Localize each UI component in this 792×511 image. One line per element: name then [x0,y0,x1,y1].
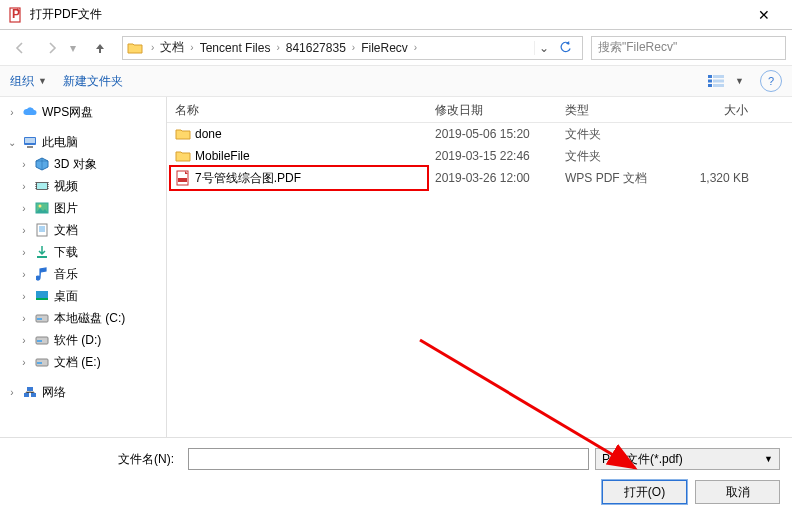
sidebar-disk-c[interactable]: › 本地磁盘 (C:) [0,307,166,329]
svg-rect-27 [31,393,36,397]
help-button[interactable]: ? [760,70,782,92]
file-list[interactable]: done 2019-05-06 15:20 文件夹 MobileFile 201… [167,123,792,437]
search-placeholder: 搜索"FileRecv" [598,39,677,56]
sidebar-wps[interactable]: › WPS网盘 [0,101,166,123]
svg-rect-18 [36,298,48,300]
breadcrumb-item[interactable]: 841627835 [284,41,348,55]
cloud-icon [22,104,38,120]
sidebar-thispc[interactable]: ⌄ 此电脑 [0,131,166,153]
expand-icon[interactable]: › [18,181,30,192]
svg-rect-7 [713,84,724,87]
chevron-down-icon: ▼ [38,76,47,86]
expand-icon[interactable]: › [18,225,30,236]
search-input[interactable]: 搜索"FileRecv" [591,36,786,60]
svg-rect-26 [24,393,29,397]
new-folder-button[interactable]: 新建文件夹 [63,73,123,90]
chevron-right-icon: › [186,42,197,53]
folder-icon [175,126,191,142]
sidebar-label: 视频 [54,178,78,195]
breadcrumb-item[interactable]: Tencent Files [198,41,273,55]
sidebar-3dobjects[interactable]: › 3D 对象 [0,153,166,175]
music-icon [34,266,50,282]
chevron-right-icon: › [147,42,158,53]
breadcrumb-item[interactable]: FileRecv [359,41,410,55]
expand-icon[interactable]: › [18,357,30,368]
file-row-folder[interactable]: done 2019-05-06 15:20 文件夹 [167,123,792,145]
chevron-down-icon[interactable]: ▼ [735,76,744,86]
organize-button[interactable]: 组织 ▼ [10,73,47,90]
sidebar-videos[interactable]: › 视频 [0,175,166,197]
column-header-size[interactable]: 大小 [667,97,757,122]
disk-icon [34,332,50,348]
chevron-right-icon: › [348,42,359,53]
filter-label: PDF文件(*.pdf) [602,451,683,468]
column-header-date[interactable]: 修改日期 [427,97,557,122]
disk-icon [34,354,50,370]
svg-rect-5 [713,80,724,83]
address-dropdown[interactable]: ⌄ [534,41,553,55]
svg-rect-12 [37,183,47,189]
close-button[interactable]: ✕ [744,7,784,23]
chevron-right-icon: › [410,42,421,53]
svg-rect-24 [37,362,42,364]
file-area: 名称 修改日期 类型 大小 done 2019-05-06 15:20 文件夹 … [167,97,792,437]
folder-icon [127,40,143,56]
collapse-icon[interactable]: ⌄ [6,137,18,148]
column-header-type[interactable]: 类型 [557,97,667,122]
expand-icon[interactable]: › [18,313,30,324]
sidebar-label: 本地磁盘 (C:) [54,310,125,327]
nav-back-button[interactable] [6,35,34,61]
sidebar-label: 文档 (E:) [54,354,101,371]
sidebar-disk-e[interactable]: › 文档 (E:) [0,351,166,373]
nav-forward-button[interactable] [38,35,66,61]
sidebar-downloads[interactable]: › 下载 [0,241,166,263]
cancel-button[interactable]: 取消 [695,480,780,504]
file-type-filter[interactable]: PDF文件(*.pdf) ▼ [595,448,780,470]
svg-rect-16 [37,256,47,258]
sidebar-music[interactable]: › 音乐 [0,263,166,285]
sidebar-label: 桌面 [54,288,78,305]
svg-rect-4 [708,80,712,83]
column-header-name[interactable]: 名称 [167,97,427,122]
filename-label: 文件名(N): [12,451,182,468]
pictures-icon [34,200,50,216]
sidebar-pictures[interactable]: › 图片 [0,197,166,219]
nav-bar: ▾ › 文档 › Tencent Files › 841627835 › Fil… [0,30,792,65]
app-icon: P [8,7,24,23]
title-bar: P 打开PDF文件 ✕ [0,0,792,30]
view-options-button[interactable] [705,70,727,92]
chevron-right-icon: › [272,42,283,53]
sidebar-label: 3D 对象 [54,156,97,173]
sidebar-label: 软件 (D:) [54,332,101,349]
file-row-folder[interactable]: MobileFile 2019-03-15 22:46 文件夹 [167,145,792,167]
file-name: done [195,127,222,141]
expand-icon[interactable]: › [18,159,30,170]
expand-icon[interactable]: › [18,269,30,280]
expand-icon[interactable]: › [6,107,18,118]
computer-icon [22,134,38,150]
breadcrumb-item[interactable]: 文档 [158,39,186,56]
expand-icon[interactable]: › [18,247,30,258]
sidebar-label: 文档 [54,222,78,239]
main-area: › WPS网盘 ⌄ 此电脑 › 3D 对象 › 视频 › 图片 › 文档 [0,97,792,437]
expand-icon[interactable]: › [18,203,30,214]
expand-icon[interactable]: › [18,291,30,302]
nav-history-dropdown[interactable]: ▾ [70,41,82,55]
file-row-pdf[interactable]: 7号管线综合图.PDF 2019-03-26 12:00 WPS PDF 文档 … [167,167,792,189]
svg-rect-15 [37,224,47,236]
filename-input[interactable] [188,448,589,470]
refresh-button[interactable] [553,41,578,54]
sidebar-label: WPS网盘 [42,104,93,121]
new-folder-label: 新建文件夹 [63,73,123,90]
sidebar-desktop[interactable]: › 桌面 [0,285,166,307]
nav-up-button[interactable] [86,35,114,61]
sidebar-documents[interactable]: › 文档 [0,219,166,241]
folder-icon [175,148,191,164]
open-button[interactable]: 打开(O) [602,480,687,504]
expand-icon[interactable]: › [18,335,30,346]
sidebar-network[interactable]: › 网络 [0,381,166,403]
address-bar[interactable]: › 文档 › Tencent Files › 841627835 › FileR… [122,36,583,60]
sidebar-disk-d[interactable]: › 软件 (D:) [0,329,166,351]
documents-icon [34,222,50,238]
expand-icon[interactable]: › [6,387,18,398]
